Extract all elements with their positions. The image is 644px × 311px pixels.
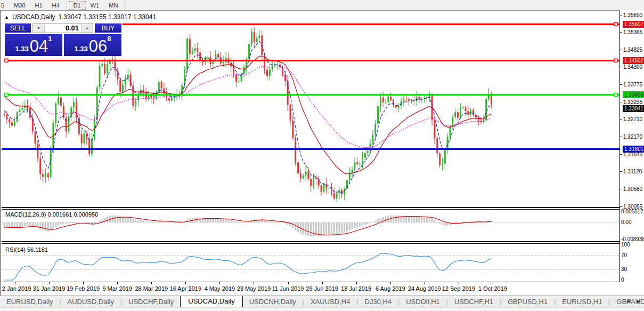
chart-tab-eurusd[interactable]: EURUSD,Daily	[0, 296, 59, 307]
level-line-1.34502[interactable]	[4, 59, 619, 62]
macd-label: MACD(12,26,9) 0.001661 0.000950	[5, 211, 98, 218]
tab-scroll-right-icon[interactable]: ►	[635, 298, 642, 305]
level-line-1.35607[interactable]	[123, 22, 619, 26]
tick-dash	[620, 154, 622, 155]
chart-tab-dj30[interactable]: DJ30,H4	[358, 296, 398, 307]
tab-scroll-left-icon[interactable]: ◄	[624, 298, 632, 305]
volume-increase-icon[interactable]: ▴	[81, 24, 93, 33]
date-axis-tick	[322, 282, 323, 284]
timeframe-d1-button[interactable]: D1	[69, 1, 86, 10]
date-label: 1 Oct 2019	[478, 285, 507, 292]
price-axis[interactable]: 1.358901.353651.348251.343001.337751.332…	[620, 10, 644, 296]
chart-tab-usdoil[interactable]: USDOil,H1	[400, 296, 446, 307]
timeframe-h4-button[interactable]: H4	[47, 1, 64, 10]
timeframe-5-button[interactable]: 5	[0, 1, 9, 10]
price-axis-tick: 1.30580	[620, 186, 642, 193]
date-axis-tick	[185, 282, 186, 284]
chart-title-row: ▲ USDCAD,Daily 1.33047 1.33155 1.33017 1…	[4, 13, 156, 21]
macd-axis-tick: 0.00	[621, 219, 631, 226]
date-label: 16 Apr 2019	[170, 285, 201, 292]
chart-tab-xauusd[interactable]: XAUUSD,H4	[304, 296, 356, 307]
panel-separator[interactable]	[2, 241, 621, 244]
date-label: 24 Aug 2019	[408, 285, 441, 292]
tab-scroll-nav: ◄ ►	[624, 298, 642, 305]
chart-tab-eurusd[interactable]: EURUSD,H1	[556, 296, 608, 307]
volume-decrease-icon[interactable]: ▾	[33, 24, 45, 33]
date-axis-tick	[15, 282, 15, 284]
date-axis[interactable]: 12 Jan 201931 Jan 201919 Feb 20199 Mar 2…	[2, 282, 620, 296]
macd-axis-tick: 0.005512	[621, 209, 643, 215]
buy-price-prefix: 1.33	[74, 45, 87, 53]
date-axis-tick	[390, 282, 391, 284]
chart-tab-usdchf[interactable]: USDCHF,Daily	[122, 296, 180, 307]
date-label: 18 Jul 2019	[341, 285, 371, 292]
current-price-badge: 1.33041	[623, 105, 644, 112]
date-axis-tick	[49, 282, 50, 284]
tick-dash	[620, 171, 622, 172]
date-axis-tick	[493, 282, 493, 284]
date-label: 28 Mar 2019	[135, 285, 168, 292]
tick-dash	[620, 15, 622, 15]
date-label: 31 Jan 2019	[33, 285, 66, 292]
buy-price-sup: 8	[107, 35, 111, 43]
tick-dash	[620, 189, 622, 189]
date-axis-tick	[151, 282, 152, 284]
one-click-trade-panel: SELL ▾ 0.01 ▴ BUY 1.33 04 1 1.33 06 8	[5, 23, 121, 56]
price-axis-tick: 1.32710	[620, 116, 642, 123]
level-price-badge: 1.34502	[623, 57, 644, 64]
chart-tab-usdcad[interactable]: USDCAD,Daily	[180, 296, 242, 307]
date-label: 12 Sep 2019	[442, 285, 475, 292]
date-axis-tick	[459, 282, 459, 284]
level-price-badge: 1.33458	[623, 91, 644, 98]
price-axis-tick: 1.35890	[620, 12, 642, 18]
tick-dash	[620, 206, 622, 207]
sell-price-display[interactable]: 1.33 04 1	[5, 34, 62, 56]
rsi-label: RSI(14) 56.1181	[5, 246, 48, 253]
date-label: 19 Feb 2019	[67, 285, 100, 292]
buy-button[interactable]: BUY	[95, 23, 121, 33]
rsi-value: 56.1181	[27, 246, 48, 253]
rsi-axis-tick: 70	[621, 252, 627, 259]
tick-dash	[620, 32, 622, 33]
buy-price-display[interactable]: 1.33 06 8	[64, 34, 121, 56]
mt4-application: 5M30H1H4D1W1MN ▲ USDCAD,Daily 1.33047 1.…	[0, 0, 644, 311]
buy-price-big: 06	[89, 38, 107, 54]
sell-price-prefix: 1.33	[15, 45, 28, 53]
timeframe-toolbar: 5M30H1H4D1W1MN	[0, 0, 644, 11]
date-label: 6 Aug 2019	[376, 285, 405, 292]
date-axis-tick	[288, 282, 289, 284]
tick-dash	[620, 137, 622, 137]
price-axis-tick: 1.33775	[620, 81, 642, 87]
chart-tab-audusd[interactable]: AUDUSD,Daily	[61, 296, 120, 307]
price-axis-tick: 1.33235	[620, 99, 642, 105]
timeframe-mn-button[interactable]: MN	[104, 1, 123, 10]
chart-symbol-title: USDCAD,Daily	[12, 13, 55, 21]
collapse-chart-icon[interactable]: ▲	[4, 14, 9, 20]
price-axis-tick: 1.32170	[620, 134, 642, 140]
chart-tab-usdchf[interactable]: USDCHF,H1	[448, 296, 500, 307]
date-axis-tick	[219, 282, 220, 284]
volume-spinner: ▾ 0.01 ▴	[32, 23, 93, 33]
chart-tab-usdcnh[interactable]: USDCNH,Daily	[243, 296, 303, 307]
price-axis-tick: 1.34300	[620, 64, 642, 70]
chart-tab-gbpusd[interactable]: GBPUSD,H1	[501, 296, 554, 307]
volume-input[interactable]: 0.01	[45, 24, 81, 33]
timeframe-h1-button[interactable]: H1	[30, 1, 47, 10]
sell-button[interactable]: SELL	[5, 23, 31, 33]
tick-dash	[620, 102, 622, 102]
date-label: 11 Jun 2019	[272, 285, 304, 292]
date-label: 9 Mar 2019	[102, 285, 132, 292]
window-left-border	[0, 10, 1, 296]
date-axis-tick	[83, 282, 84, 284]
price-axis-tick: 1.34825	[620, 47, 642, 53]
date-label: 4 May 2019	[205, 285, 235, 292]
rsi-axis-tick: 0	[621, 277, 624, 283]
sell-price-big: 04	[30, 38, 48, 54]
date-axis-tick	[425, 282, 425, 284]
date-label: 12 Jan 2019	[2, 285, 31, 292]
date-label: 29 Jun 2019	[306, 285, 338, 292]
rsi-indicator-chart[interactable]	[2, 244, 620, 282]
panel-separator[interactable]	[2, 207, 621, 210]
timeframe-m30-button[interactable]: M30	[9, 1, 30, 10]
timeframe-w1-button[interactable]: W1	[86, 1, 104, 10]
